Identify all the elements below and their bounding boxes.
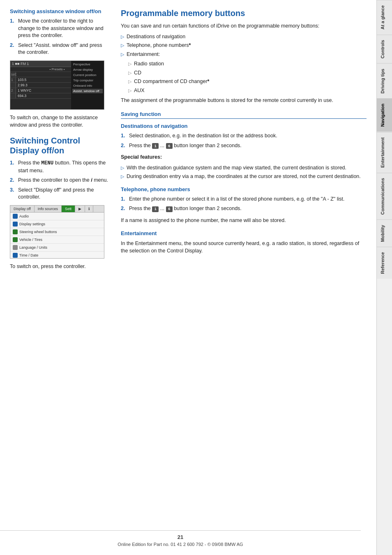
entertainment-text: Entertainment:	[127, 51, 160, 58]
rp-current: Current position	[72, 73, 103, 77]
bullet-cd: ▷ CD	[128, 69, 367, 77]
time-icon	[13, 253, 18, 258]
tel-step-2-text: Press the 1 ... 6 button longer than 2 s…	[129, 205, 242, 213]
page-number: 21	[0, 534, 361, 540]
bullet-radio: ▷ Radio station	[128, 60, 367, 68]
screen-fm-label: 1 ■■ FM 1	[12, 62, 29, 66]
sidebar-tab-entertainment[interactable]: Entertainment	[377, 132, 392, 173]
page-footer: 21 Online Edition for Part no. 01 41 2 6…	[0, 530, 361, 547]
tel-step-2: 2. Press the 1 ... 6 button longer than …	[121, 205, 367, 213]
cd-step-1: 1. Press the MENU button. This opens the…	[10, 160, 108, 174]
sidebar-tab-driving-tips[interactable]: Driving tips	[377, 63, 392, 99]
nav-step-2-text: Press the 1 ... 6 button longer than 2 s…	[129, 142, 242, 150]
destinations-text: Destinations of navigation	[127, 33, 185, 41]
sidebar: At a glance Controls Driving tips Naviga…	[376, 0, 392, 555]
cd-step-3: 3. Select "Display off" and press the co…	[10, 187, 108, 201]
bullet-cd-changer: ▷ CD compartment of CD changer*	[128, 78, 367, 86]
cd-text: CD	[134, 69, 141, 77]
btn-1-badge: 1	[152, 143, 159, 149]
bullet-destinations: ▷ Destinations of navigation	[121, 33, 367, 41]
rp-arrow: Arrow display	[72, 67, 103, 72]
programmable-title: Programmable memory buttons	[121, 8, 367, 18]
menu-audio: Audio	[10, 213, 104, 220]
rp-assist-off: Assist. window off	[72, 89, 103, 93]
vehicle-label: Vehicle / Tires	[19, 238, 42, 242]
sidebar-tab-mobility[interactable]: Mobility	[377, 220, 392, 247]
control-display-title: Switching Control Display off/on	[10, 136, 108, 155]
assistance-steps-list: 1. Move the controller to the right to c…	[10, 18, 108, 56]
tri-destinations: ▷	[121, 34, 124, 41]
sidebar-tab-navigation[interactable]: Navigation	[377, 98, 392, 132]
cd-step-2-text: Press the controller to open the i menu.	[18, 177, 108, 184]
entertainment-para: In the Entertainment menu, the sound sou…	[121, 240, 367, 255]
nav-step-1-text: Select destination, e.g. in the destinat…	[129, 132, 277, 140]
menu-time: Time / Date	[10, 252, 104, 259]
tab-display-off: Display off	[10, 206, 35, 212]
nav-step-2: 2. Press the 1 ... 6 button longer than …	[121, 142, 367, 150]
sidebar-tab-reference[interactable]: Reference	[377, 247, 392, 279]
audio-icon	[13, 214, 18, 219]
language-label: Language / Units	[19, 245, 47, 250]
telephone-steps-list: 1. Enter the phone number or select it i…	[121, 196, 367, 213]
entertainment-sub-list: ▷ Radio station ▷ CD ▷ CD compartment of…	[128, 60, 367, 94]
menu-vehicle: Vehicle / Tires	[10, 236, 104, 244]
radio-screenshot: 1 ■■ FM 1 • • Presets •	[10, 60, 104, 110]
telephone-title: Telephone, phone numbers	[121, 186, 367, 192]
saving-title: Saving function	[121, 111, 367, 119]
destinations-nav-title: Destinations of navigation	[121, 123, 367, 129]
special-bullet-2: ▷ During destination entry via a map, th…	[121, 173, 367, 180]
tel-step-num-2: 2.	[121, 205, 127, 213]
tri-special-2: ▷	[121, 173, 124, 180]
tab-arrow: ▶	[75, 206, 85, 212]
language-icon	[13, 245, 18, 250]
assignment-note: The assignment of the programmable butto…	[121, 97, 367, 104]
assistance-step-1: 1. Move the controller to the right to c…	[10, 18, 108, 39]
sidebar-tab-communications[interactable]: Communications	[377, 173, 392, 220]
step-num-2: 2.	[10, 42, 16, 56]
section-assistance-window: Switching assistance window off/on 1. Mo…	[10, 8, 108, 129]
tel-step-1: 1. Enter the phone number or select it i…	[121, 196, 367, 203]
tri-telephone: ▷	[121, 42, 124, 49]
cd-step-2: 2. Press the controller to open the i me…	[10, 177, 108, 184]
nav-steps-list: 1. Select destination, e.g. in the desti…	[121, 132, 367, 149]
screen2-tabs-bar: Display off Info sources Sett ▶ ℹ	[10, 206, 104, 213]
cd-step-num-1: 1.	[10, 160, 16, 174]
tab-info-sources: Info sources	[35, 206, 62, 212]
cd-step-3-text: Select "Display off" and press the contr…	[18, 187, 108, 201]
telephone-text: Telephone, phone numbers*	[127, 42, 191, 49]
steering-label: Steering wheel buttons	[19, 230, 57, 234]
time-label: Time / Date	[19, 253, 38, 257]
bullet-telephone: ▷ Telephone, phone numbers*	[121, 42, 367, 49]
sidebar-tab-controls[interactable]: Controls	[377, 35, 392, 63]
tab-sett: Sett	[62, 206, 75, 212]
tri-entertainment: ▷	[121, 51, 124, 58]
special-bullet-2-text: During destination entry via a map, the …	[127, 173, 361, 180]
nav-step-1: 1. Select destination, e.g. in the desti…	[121, 132, 367, 140]
bullet-entertainment: ▷ Entertainment:	[121, 51, 367, 58]
screen-right-panel: Perspective Arrow display Current positi…	[71, 61, 104, 109]
vehicle-icon	[13, 237, 18, 242]
tel-btn-6-badge: 6	[166, 206, 173, 212]
telephone-note: If a name is assigned to the phone numbe…	[121, 217, 367, 224]
cd-step-1-text: Press the MENU button. This opens the st…	[18, 160, 108, 174]
control-display-footer: To switch on, press the controller.	[10, 263, 108, 271]
nav-step-num-1: 1.	[121, 132, 127, 140]
rp-onboard: Onboard info	[72, 83, 103, 88]
tri-cd: ▷	[128, 70, 131, 77]
cd-changer-text: CD compartment of CD changer*	[134, 78, 209, 86]
saving-function-section: Saving function Destinations of navigati…	[121, 111, 367, 255]
steering-icon	[13, 229, 18, 234]
rp-perspective: Perspective	[72, 62, 103, 67]
nav-step-num-2: 2.	[121, 142, 127, 150]
bullet-aux: ▷ AUX	[128, 87, 367, 95]
copyright-text: Online Edition for Part no. 01 41 2 600 …	[118, 542, 243, 547]
radio-text: Radio station	[134, 60, 164, 68]
control-display-steps-list: 1. Press the MENU button. This opens the…	[10, 160, 108, 201]
tri-cd-changer: ▷	[128, 79, 131, 86]
special-bullet-1-text: With the destination guidance system and…	[127, 164, 346, 172]
btn-6-badge: 6	[166, 143, 173, 149]
tel-btn-1-badge: 1	[152, 206, 159, 212]
tab-info: ℹ	[85, 206, 93, 212]
sidebar-tab-at-a-glance[interactable]: At a glance	[377, 0, 392, 35]
aux-text: AUX	[134, 87, 145, 95]
